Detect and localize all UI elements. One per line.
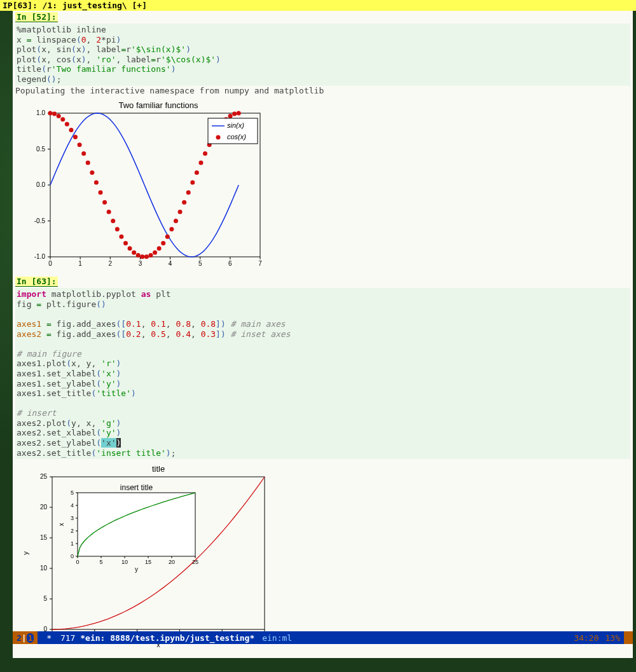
svg-point-30 — [60, 117, 65, 121]
svg-text:0: 0 — [76, 559, 79, 565]
svg-point-35 — [81, 151, 86, 156]
svg-text:5: 5 — [43, 595, 47, 602]
svg-point-53 — [157, 246, 162, 250]
svg-text:10: 10 — [40, 565, 48, 572]
status-modified: * — [38, 633, 56, 643]
svg-text:0: 0 — [48, 260, 52, 267]
svg-point-34 — [78, 142, 82, 147]
chart-1-title: Two familiar functions — [119, 100, 198, 110]
chart-2-title: title — [152, 464, 165, 474]
svg-text:25: 25 — [40, 473, 48, 480]
svg-point-76 — [216, 135, 221, 140]
svg-point-52 — [153, 250, 157, 255]
svg-text:0: 0 — [71, 553, 74, 559]
cell-2-prompt: In [63]: — [15, 277, 58, 287]
svg-point-47 — [132, 250, 136, 255]
svg-point-28 — [52, 112, 57, 116]
status-position: 34:20 — [574, 633, 601, 643]
title-bar: IP[63]: /1: just_testing\ [+] — [0, 0, 636, 11]
svg-point-58 — [178, 210, 183, 214]
status-buffer-name: *ein: 8888/test.ipynb/just_testing* — [75, 633, 254, 643]
editor-area[interactable]: In [52]: %matplotlib inline x = linspace… — [13, 11, 633, 658]
svg-text:3: 3 — [139, 260, 142, 267]
svg-point-43 — [115, 227, 120, 231]
svg-point-29 — [57, 114, 61, 118]
svg-point-63 — [198, 161, 203, 165]
svg-point-71 — [232, 112, 237, 116]
svg-point-38 — [94, 181, 99, 185]
svg-point-33 — [73, 135, 78, 139]
svg-text:5: 5 — [99, 559, 102, 565]
svg-point-55 — [165, 235, 170, 239]
cell-2-code[interactable]: import matplotlib.pyplot as plt fig = pl… — [15, 288, 630, 459]
svg-point-50 — [144, 254, 149, 259]
cell-1-code[interactable]: %matplotlib inline x = linspace(0, 2*pi)… — [15, 24, 630, 86]
status-percent: 13% — [602, 633, 624, 643]
svg-point-46 — [128, 246, 132, 250]
svg-point-40 — [102, 200, 107, 205]
svg-text:6: 6 — [228, 260, 232, 267]
status-indicator: 2|1 — [13, 631, 38, 644]
cell-1-prompt: In [52]: — [15, 12, 58, 22]
svg-text:20: 20 — [40, 504, 48, 511]
svg-text:x: x — [58, 523, 65, 526]
svg-point-59 — [182, 200, 186, 205]
svg-point-27 — [48, 111, 53, 116]
svg-text:4: 4 — [169, 260, 172, 267]
svg-text:4: 4 — [71, 502, 74, 509]
svg-text:-0.5: -0.5 — [34, 217, 46, 224]
svg-point-42 — [111, 219, 115, 223]
svg-point-32 — [69, 128, 73, 132]
svg-text:2: 2 — [71, 528, 74, 534]
svg-point-39 — [98, 190, 102, 195]
cell-1-output: Populating the interactive namespace fro… — [15, 86, 630, 96]
svg-text:y: y — [22, 551, 29, 555]
svg-text:5: 5 — [71, 490, 74, 496]
svg-point-61 — [190, 181, 195, 185]
svg-text:15: 15 — [40, 534, 48, 541]
status-line-count: 717 — [57, 633, 75, 643]
svg-text:0.0: 0.0 — [36, 181, 45, 188]
svg-text:15: 15 — [145, 559, 151, 565]
svg-text:1.0: 1.0 — [36, 109, 45, 116]
svg-point-56 — [169, 227, 174, 231]
svg-text:3: 3 — [71, 515, 74, 521]
svg-point-45 — [123, 241, 128, 245]
svg-point-72 — [237, 111, 241, 116]
svg-text:20: 20 — [169, 559, 175, 565]
status-bar: 2|1 * 717 *ein: 8888/test.ipynb/just_tes… — [13, 631, 633, 644]
svg-text:1: 1 — [78, 260, 82, 267]
svg-point-62 — [195, 170, 199, 175]
text-cursor: ) — [116, 438, 121, 448]
svg-point-70 — [228, 114, 233, 118]
svg-text:1: 1 — [71, 540, 74, 547]
svg-text:0.5: 0.5 — [36, 146, 45, 153]
svg-text:10: 10 — [121, 559, 128, 565]
svg-text:-1.0: -1.0 — [34, 253, 46, 260]
svg-text:cos(x): cos(x) — [227, 133, 246, 141]
svg-point-64 — [203, 151, 207, 156]
svg-text:5: 5 — [198, 260, 202, 267]
svg-point-51 — [148, 253, 153, 257]
svg-point-36 — [86, 161, 90, 165]
svg-text:7: 7 — [258, 260, 262, 267]
svg-point-54 — [161, 241, 165, 245]
svg-text:25: 25 — [192, 559, 198, 565]
svg-point-49 — [140, 254, 144, 259]
chart-1: Two familiar functions 01234567-1.0-0.50… — [15, 99, 263, 273]
svg-text:sin(x): sin(x) — [227, 121, 244, 129]
svg-point-37 — [90, 170, 94, 175]
svg-text:y: y — [135, 566, 138, 573]
chart-2: title 0123450510152025xyinsert title0510… — [15, 463, 270, 649]
svg-text:2: 2 — [109, 260, 113, 267]
status-end-block — [624, 631, 633, 644]
svg-point-48 — [136, 253, 141, 257]
svg-point-44 — [119, 235, 123, 239]
svg-point-41 — [107, 210, 111, 214]
status-mode: ein:ml — [254, 633, 292, 643]
svg-text:insert title: insert title — [120, 483, 153, 492]
svg-point-57 — [174, 219, 178, 223]
svg-point-60 — [186, 190, 191, 195]
svg-rect-105 — [78, 493, 195, 556]
svg-point-31 — [65, 122, 69, 127]
